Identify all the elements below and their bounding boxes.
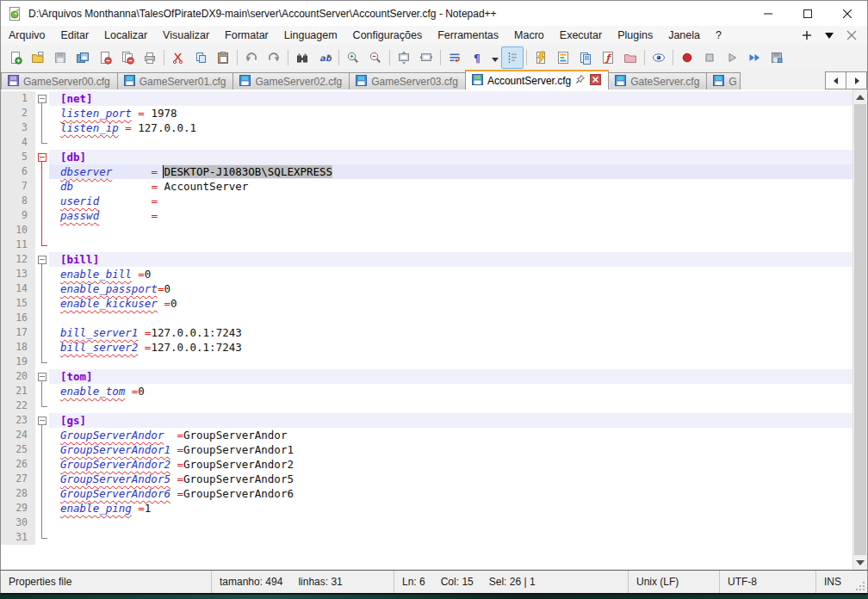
- resize-grip-icon[interactable]: [855, 581, 865, 591]
- macro-stop-icon[interactable]: [698, 46, 721, 69]
- close-tab-icon[interactable]: [845, 28, 859, 42]
- cut-icon[interactable]: [167, 46, 189, 69]
- code-line[interactable]: 1[net]: [1, 91, 852, 106]
- paste-icon[interactable]: [212, 46, 234, 69]
- sync-horizontal-icon[interactable]: [415, 46, 437, 69]
- code-line[interactable]: 5[db]: [1, 150, 852, 164]
- fold-toggle-icon[interactable]: [35, 369, 49, 384]
- code-line[interactable]: 26GroupServerAndor2 =GroupServerAndor2: [1, 457, 852, 472]
- menu-item-configuracoes[interactable]: Configurações: [345, 26, 431, 45]
- tab-close-icon[interactable]: [590, 74, 601, 88]
- undo-icon[interactable]: [240, 46, 263, 69]
- folder-workspace-icon[interactable]: [619, 46, 642, 69]
- macro-play-multi-icon[interactable]: [743, 46, 766, 69]
- code-line[interactable]: 8userid =: [1, 194, 852, 208]
- add-tab-icon[interactable]: [800, 28, 814, 42]
- menu-item-executar[interactable]: Executar: [552, 26, 610, 45]
- window-maximize-button[interactable]: [788, 1, 828, 26]
- word-wrap-icon[interactable]: [443, 46, 466, 69]
- editor-area[interactable]: 1[net]2listen_port = 19783listen_ip = 12…: [0, 90, 868, 571]
- replace-icon[interactable]: ab: [313, 46, 336, 69]
- menu-item-help[interactable]: ?: [708, 26, 729, 45]
- code-line[interactable]: 29enable_ping =1: [1, 501, 852, 516]
- menu-item-arquivo[interactable]: Arquivo: [1, 26, 53, 45]
- code-line[interactable]: 10: [1, 223, 852, 238]
- code-line[interactable]: 7db = AccountServer: [1, 179, 852, 194]
- menu-item-visualizar[interactable]: Visualizar: [155, 26, 217, 45]
- code-line[interactable]: 25GroupServerAndor1 =GroupServerAndor1: [1, 442, 852, 457]
- save-icon[interactable]: [49, 46, 71, 69]
- new-file-icon[interactable]: [4, 46, 27, 69]
- code-line[interactable]: 14enable_passport=0: [1, 281, 852, 296]
- menu-item-formatar[interactable]: Formatar: [217, 26, 276, 45]
- fold-toggle-icon[interactable]: [35, 150, 49, 164]
- code-line[interactable]: 20[tom]: [1, 369, 852, 384]
- tab-gameserver03-cfg[interactable]: GameServer03.cfg: [349, 72, 466, 90]
- code-line[interactable]: 19: [1, 355, 852, 369]
- open-file-icon[interactable]: [27, 46, 49, 69]
- print-icon[interactable]: [139, 46, 161, 69]
- code-line[interactable]: 24GroupServerAndor =GroupServerAndor: [1, 428, 852, 442]
- menu-item-editar[interactable]: Editar: [53, 26, 96, 45]
- show-all-chars-icon[interactable]: ¶: [466, 46, 488, 69]
- code-line[interactable]: 2listen_port = 1978: [1, 106, 852, 120]
- menu-item-ferramentas[interactable]: Ferramentas: [430, 26, 506, 45]
- zoom-in-icon[interactable]: [342, 46, 364, 69]
- tab-scroll-right-icon[interactable]: [846, 71, 867, 90]
- find-icon[interactable]: [291, 46, 313, 69]
- menu-item-linguagem[interactable]: Linguagem: [276, 26, 345, 45]
- menu-item-plugins[interactable]: Plugins: [610, 26, 660, 45]
- menu-item-localizar[interactable]: Localizar: [96, 26, 155, 45]
- tab-gameserver01-cfg[interactable]: GameServer01.cfg: [117, 72, 234, 90]
- zoom-out-icon[interactable]: [364, 46, 387, 69]
- scroll-down-icon[interactable]: [853, 555, 867, 570]
- sync-vertical-icon[interactable]: [393, 46, 415, 69]
- tab-gateserver-cfg[interactable]: GateServer.cfg: [608, 72, 707, 90]
- copy-icon[interactable]: [189, 46, 212, 69]
- scrollbar-thumb[interactable]: [854, 104, 866, 555]
- tab-g[interactable]: G: [706, 72, 741, 90]
- redo-icon[interactable]: [263, 46, 285, 69]
- doc-map-icon[interactable]: [552, 46, 574, 69]
- indent-guide-icon[interactable]: [501, 46, 524, 69]
- close-all-icon[interactable]: [116, 46, 139, 69]
- code-line[interactable]: 13enable_bill =0: [1, 267, 852, 281]
- code-line[interactable]: 30: [1, 516, 852, 530]
- code-line[interactable]: 31: [1, 530, 852, 545]
- pin-icon[interactable]: [575, 74, 586, 87]
- close-file-icon[interactable]: [94, 46, 116, 69]
- tab-accountserver-cfg[interactable]: AccountServer.cfg: [465, 70, 609, 90]
- function-list-icon[interactable]: ƒ: [597, 46, 619, 69]
- code-line[interactable]: 28GroupServerAndor6 =GroupServerAndor6: [1, 486, 852, 501]
- macro-record-icon[interactable]: [676, 46, 698, 69]
- code-line[interactable]: 12[bill]: [1, 252, 852, 267]
- code-line[interactable]: 4: [1, 135, 852, 150]
- menu-item-janela[interactable]: Janela: [660, 26, 708, 45]
- tab-dropdown-icon[interactable]: [822, 28, 836, 42]
- code-line[interactable]: 21enable_tom =0: [1, 384, 852, 398]
- window-close-button[interactable]: [828, 1, 867, 26]
- dropdown-arrow-icon[interactable]: [488, 46, 501, 69]
- window-minimize-button[interactable]: [748, 1, 788, 26]
- code-line[interactable]: 6dbserver = DESKTOP-J1083OB\SQLEXPRESS: [1, 164, 852, 179]
- code-line[interactable]: 15enable_kickuser =0: [1, 296, 852, 311]
- macro-play-icon[interactable]: [721, 46, 743, 69]
- code-line[interactable]: 11: [1, 238, 852, 252]
- code-line[interactable]: 23[gs]: [1, 413, 852, 428]
- vertical-scrollbar[interactable]: [852, 90, 867, 570]
- fold-toggle-icon[interactable]: [35, 252, 49, 267]
- code-line[interactable]: 27GroupServerAndor5 =GroupServerAndor5: [1, 472, 852, 486]
- scroll-up-icon[interactable]: [853, 90, 867, 104]
- code-line[interactable]: 9passwd =: [1, 208, 852, 223]
- code-line[interactable]: 18bill_server2 =127.0.0.1:7243: [1, 340, 852, 355]
- fold-toggle-icon[interactable]: [35, 413, 49, 428]
- doc-list-icon[interactable]: [574, 46, 597, 69]
- code-line[interactable]: 22: [1, 398, 852, 413]
- fold-toggle-icon[interactable]: [35, 91, 49, 106]
- code-line[interactable]: 17bill_server1 =127.0.0.1:7243: [1, 325, 852, 340]
- tab-gameserver02-cfg[interactable]: GameServer02.cfg: [232, 72, 350, 90]
- menu-item-macro[interactable]: Macro: [506, 26, 552, 45]
- tab-scroll-left-icon[interactable]: [825, 71, 846, 90]
- tab-gameserver00-cfg[interactable]: GameServer00.cfg: [1, 72, 118, 90]
- code-line[interactable]: 3listen_ip = 127.0.0.1: [1, 120, 852, 135]
